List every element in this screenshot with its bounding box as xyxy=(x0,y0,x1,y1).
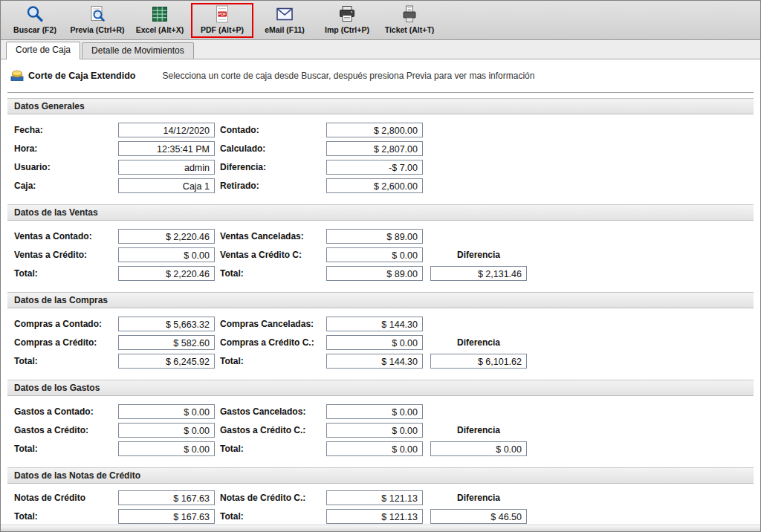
field-value[interactable]: $ 0.00 xyxy=(326,335,423,350)
diferencia-value[interactable]: $ 2,131.46 xyxy=(430,266,527,281)
pdf-icon: PDF xyxy=(213,4,232,24)
content-panel: Corte de Caja Extendido Selecciona un co… xyxy=(1,59,760,528)
bottom-strip xyxy=(1,525,760,531)
section-title: Datos Generales xyxy=(7,98,754,114)
field-value[interactable]: $ 2,807.00 xyxy=(326,141,423,156)
field-label: Gastos a Crédito: xyxy=(14,425,118,435)
section-title: Datos de las Ventas xyxy=(7,204,754,221)
toolbar-button-buscar[interactable]: Buscar (F2) xyxy=(4,3,66,38)
page-subtitle: Selecciona un corte de caja desde Buscar… xyxy=(162,71,534,81)
email-icon xyxy=(275,4,294,24)
field-value[interactable]: admin xyxy=(118,160,215,175)
section-rows: Notas de Crédito$ 167.63Notas de Crédito… xyxy=(7,484,754,528)
toolbar-button-label: Excel (Alt+X) xyxy=(136,25,184,34)
toolbar-button-imp[interactable]: Imp (Ctrl+P) xyxy=(316,3,378,38)
field-value[interactable]: 14/12/2020 xyxy=(118,123,215,137)
field-label: Fecha: xyxy=(14,125,118,135)
svg-text:PDF: PDF xyxy=(218,12,227,16)
field-value[interactable]: $ 2,600.00 xyxy=(326,178,423,193)
field-label: Ventas a Contado: xyxy=(14,231,118,241)
field-value[interactable]: $ 144.30 xyxy=(326,317,423,331)
field-value[interactable]: $ 0.00 xyxy=(118,423,215,438)
form-row: Total:$ 0.00Total:$ 0.00$ 0.00 xyxy=(7,439,754,458)
section-rows: Gastos a Contado:$ 0.00Gastos Cancelados… xyxy=(7,396,754,464)
toolbar-button-label: Imp (Ctrl+P) xyxy=(325,25,369,34)
field-label: Notas de Crédito C.: xyxy=(215,493,326,503)
toolbar-button-excel[interactable]: Excel (Alt+X) xyxy=(129,3,191,38)
form-row: Fecha:14/12/2020Contado:$ 2,800.00 xyxy=(7,120,754,139)
app-window: Buscar (F2)Previa (Ctrl+R)Excel (Alt+X)P… xyxy=(0,0,761,532)
diferencia-value[interactable]: $ 46.50 xyxy=(430,509,527,524)
field-value[interactable]: $ 167.63 xyxy=(118,509,215,524)
field-label: Hora: xyxy=(14,143,118,154)
field-label: Total: xyxy=(14,444,118,454)
diferencia-value[interactable]: $ 6,101.62 xyxy=(430,354,527,369)
corte-de-caja-icon xyxy=(10,70,24,82)
field-label: Total: xyxy=(14,511,118,522)
field-label: Ventas a Crédito C: xyxy=(215,250,326,260)
field-value[interactable]: $ 6,245.92 xyxy=(118,354,215,369)
field-value[interactable]: $ 121.13 xyxy=(326,509,423,524)
field-label: Gastos a Contado: xyxy=(14,406,118,417)
field-value[interactable]: $ 0.00 xyxy=(118,247,215,262)
toolbar-button-email[interactable]: eMail (F11) xyxy=(253,3,316,38)
field-value[interactable]: $ 0.00 xyxy=(326,247,423,262)
tab-detalle-de-movimientos[interactable]: Detalle de Movimientos xyxy=(82,42,194,59)
section-rows: Fecha:14/12/2020Contado:$ 2,800.00Hora:1… xyxy=(7,114,754,201)
toolbar-button-label: Previa (Ctrl+R) xyxy=(70,25,124,34)
diferencia-value[interactable]: $ 0.00 xyxy=(430,441,527,456)
form-row: Gastos a Crédito:$ 0.00Gastos a Crédito … xyxy=(7,421,754,439)
field-label: Caja: xyxy=(14,181,118,191)
form-row: Compras a Crédito:$ 582.60Compras a Créd… xyxy=(7,333,754,351)
field-value[interactable]: $ 89.00 xyxy=(326,229,423,244)
page-title: Corte de Caja Extendido xyxy=(28,71,135,81)
field-value[interactable]: $ 144.30 xyxy=(326,354,423,369)
form-row: Compras a Contado:$ 5,663.32Compras Canc… xyxy=(7,314,754,333)
field-label: Total: xyxy=(215,511,326,522)
field-label: Ventas a Crédito: xyxy=(14,250,118,260)
field-label: Gastos Cancelados: xyxy=(215,406,326,417)
info-header: Corte de Caja Extendido Selecciona un co… xyxy=(1,59,760,92)
section-title: Datos de las Compras xyxy=(7,292,754,308)
form-row: Gastos a Contado:$ 0.00Gastos Cancelados… xyxy=(7,402,754,421)
section-rows: Compras a Contado:$ 5,663.32Compras Canc… xyxy=(7,308,754,376)
field-label: Compras a Crédito: xyxy=(14,337,118,348)
field-value[interactable]: $ 0.00 xyxy=(118,404,215,419)
field-value[interactable]: $ 5,663.32 xyxy=(118,317,215,331)
toolbar-button-label: eMail (F11) xyxy=(265,25,305,34)
diferencia-label: Diferencia xyxy=(430,493,527,503)
field-label: Contado: xyxy=(215,125,326,135)
toolbar-button-pdf[interactable]: PDFPDF (Alt+P) xyxy=(191,3,253,38)
field-value[interactable]: $ 2,220.46 xyxy=(118,266,215,281)
field-label: Usuario: xyxy=(14,162,118,172)
field-value[interactable]: $ 121.13 xyxy=(326,490,423,505)
field-value[interactable]: $ 167.63 xyxy=(118,490,215,505)
field-value[interactable]: $ 2,220.46 xyxy=(118,229,215,244)
field-value[interactable]: Caja 1 xyxy=(118,178,215,193)
field-label: Retirado: xyxy=(215,181,326,191)
field-label: Compras a Crédito C.: xyxy=(215,337,326,348)
field-value[interactable]: $ 582.60 xyxy=(118,335,215,350)
diferencia-label: Diferencia xyxy=(430,425,527,435)
printer-icon xyxy=(337,4,357,24)
field-label: Total: xyxy=(215,444,326,454)
field-label: Ventas Canceladas: xyxy=(215,231,326,241)
ticket-icon xyxy=(400,4,419,24)
form-row: Notas de Crédito$ 167.63Notas de Crédito… xyxy=(7,488,754,507)
form-row: Total:$ 167.63Total:$ 121.13$ 46.50 xyxy=(7,507,754,525)
toolbar-button-ticket[interactable]: Ticket (Alt+T) xyxy=(378,3,441,38)
field-value[interactable]: -$ 7.00 xyxy=(326,160,423,175)
field-value[interactable]: $ 2,800.00 xyxy=(326,123,423,137)
field-value[interactable]: $ 0.00 xyxy=(326,441,423,456)
field-value[interactable]: 12:35:41 PM xyxy=(118,141,215,156)
field-value[interactable]: $ 0.00 xyxy=(326,423,423,438)
tab-corte-de-caja[interactable]: Corte de Caja xyxy=(6,42,80,59)
toolbar-button-label: Buscar (F2) xyxy=(13,25,56,34)
toolbar-button-previa[interactable]: Previa (Ctrl+R) xyxy=(66,3,129,38)
field-value[interactable]: $ 0.00 xyxy=(326,404,423,419)
preview-icon xyxy=(88,4,107,24)
form-row: Hora:12:35:41 PMCalculado:$ 2,807.00 xyxy=(7,139,754,158)
field-value[interactable]: $ 0.00 xyxy=(118,441,215,456)
form-row: Ventas a Contado:$ 2,220.46Ventas Cancel… xyxy=(7,227,754,245)
field-value[interactable]: $ 89.00 xyxy=(326,266,423,281)
